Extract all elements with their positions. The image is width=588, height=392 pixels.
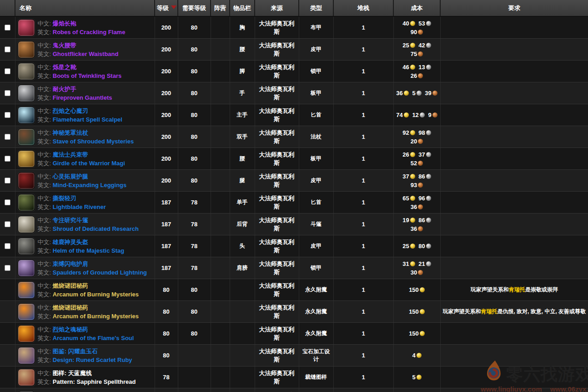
source-cell[interactable]: 大法师奥瓦利斯 [255, 126, 299, 148]
col-header-slot[interactable]: 物品栏 [230, 0, 255, 16]
col-header-type[interactable]: 类型 [299, 0, 333, 16]
col-header-stack[interactable]: 堆栈 [333, 0, 393, 16]
item-name-en-link[interactable]: Stave of Shrouded Mysteries [53, 138, 134, 145]
row-select-checkbox[interactable] [5, 265, 10, 271]
row-select-checkbox[interactable] [5, 156, 10, 162]
leggings-icon[interactable] [18, 172, 35, 189]
arcanum-icon[interactable] [18, 281, 35, 299]
item-name-cn-link[interactable]: 耐火护手 [53, 86, 76, 92]
faction-link[interactable]: 肯瑞托 [509, 286, 525, 293]
item-name-cn-link[interactable]: 专注研究斗篷 [53, 217, 88, 224]
col-header-level[interactable]: 等级 [155, 0, 178, 16]
shoulders-icon[interactable] [18, 260, 35, 277]
item-name-cn-link[interactable]: 燃烧谜团秘药 [53, 304, 88, 311]
blade-icon[interactable] [18, 194, 35, 211]
money-gold: 36 [396, 89, 408, 97]
pattern-scroll-icon[interactable] [18, 369, 35, 386]
item-name-cn-link[interactable]: 心灵拓展护腿 [53, 173, 88, 180]
requirement-cell: 玩家声望关系和肯瑞托是仇恨, 敌对, 敌意, 中立, 友善或尊敬 [440, 301, 588, 323]
level-cell: 200 [155, 16, 178, 39]
row-select-checkbox[interactable] [5, 243, 10, 249]
source-cell[interactable]: 大法师奥瓦利斯 [255, 235, 299, 257]
source-cell[interactable]: 大法师奥瓦利斯 [255, 82, 299, 104]
item-name-cn-link[interactable]: 烈焰之心魔刃 [53, 107, 88, 114]
item-name-en-link[interactable]: Boots of Twinkling Stars [53, 72, 121, 79]
item-name-cn-link[interactable]: 图样: 天蓝魔线 [53, 370, 92, 377]
item-name-en-link[interactable]: Design: Runed Scarlet Ruby [53, 356, 132, 363]
item-name-en-link[interactable]: Lightblade Rivener [53, 204, 106, 210]
source-cell[interactable]: 大法师奥瓦利斯 [255, 148, 299, 170]
item-name-cn-link[interactable]: 束缚闪电护肩 [53, 260, 88, 267]
source-cell[interactable]: 大法师奥瓦利斯 [255, 192, 299, 214]
item-name-en-link[interactable]: Helm of the Majestic Stag [53, 247, 124, 254]
belt-icon[interactable] [18, 41, 35, 58]
item-name-cn-link[interactable]: 烈焰之魂秘药 [53, 326, 88, 333]
col-header-req[interactable]: 要求 [440, 0, 588, 16]
source-cell[interactable]: 大法师奥瓦利斯 [255, 61, 299, 82]
name-line-en: 英文: Arcanum of the Flame's Soul [38, 334, 134, 342]
robe-icon[interactable] [18, 19, 35, 36]
item-name-en-link[interactable]: Flameheart Spell Scalpel [53, 116, 122, 123]
name-cell: 中文: 束缚闪电护肩 英文: Spaulders of Grounded Lig… [15, 257, 155, 279]
item-name-cn-link[interactable]: 鬼火腰带 [53, 42, 76, 49]
gauntlets-icon[interactable] [18, 85, 35, 102]
row-select-checkbox[interactable] [5, 112, 10, 118]
source-cell[interactable]: 大法师奥瓦利斯 [255, 345, 299, 367]
flame-icon[interactable] [18, 325, 35, 342]
item-name-en-link[interactable]: Robes of Crackling Flame [53, 29, 126, 36]
item-name-cn-link[interactable]: 神秘笼罩法杖 [53, 129, 88, 136]
dagger-icon[interactable] [18, 107, 35, 124]
arcanum-icon[interactable] [18, 303, 35, 321]
item-name-en-link[interactable]: Arcanum of Burning Mysteries [53, 291, 139, 298]
source-cell[interactable]: 大法师奥瓦利斯 [255, 323, 299, 345]
design-scroll-icon[interactable] [18, 347, 35, 364]
source-cell[interactable]: 大法师奥瓦利斯 [255, 170, 299, 192]
row-select-checkbox[interactable] [5, 178, 10, 183]
faction-link[interactable]: 肯瑞托 [481, 308, 497, 315]
item-name-en-link[interactable]: Pattern: Sapphire Spellthread [53, 378, 136, 385]
source-cell[interactable]: 大法师奥瓦利斯 [255, 104, 299, 126]
source-cell[interactable]: 大法师奥瓦利斯 [255, 39, 299, 61]
row-select-checkbox[interactable] [5, 90, 10, 96]
item-name-en-link[interactable]: Mind-Expanding Leggings [53, 182, 127, 188]
item-name-en-link[interactable]: Fireproven Gauntlets [53, 94, 112, 101]
item-name-en-link[interactable]: Ghostflicker Waistband [53, 51, 119, 57]
row-select-checkbox[interactable] [5, 25, 10, 31]
col-header-cost[interactable]: 成本 [393, 0, 440, 16]
source-cell[interactable]: 大法师奥瓦利斯 [255, 257, 299, 279]
item-name-cn-link[interactable]: 魔法士兵束带 [53, 151, 88, 158]
helm-icon[interactable] [18, 238, 35, 255]
item-name-cn-link[interactable]: 爆焰长袍 [53, 20, 76, 27]
item-name-en-link[interactable]: Arcanum of the Flame's Soul [53, 335, 134, 341]
gold-amount: 5 [412, 374, 415, 381]
item-name-cn-link[interactable]: 烁星之靴 [53, 64, 76, 71]
item-name-en-link[interactable]: Girdle of the Warrior Magi [53, 160, 125, 167]
item-name-cn-link[interactable]: 雄鹿神灵头盔 [53, 239, 88, 245]
girdle-icon[interactable] [18, 150, 35, 168]
row-select-checkbox[interactable] [5, 68, 10, 74]
row-select-checkbox[interactable] [5, 134, 10, 140]
item-name-cn-link[interactable]: 燃烧谜团秘药 [53, 282, 88, 289]
source-cell[interactable]: 大法师奥瓦利斯 [255, 279, 299, 301]
tabard-icon[interactable] [18, 391, 35, 392]
staff-icon[interactable] [18, 128, 35, 146]
source-cell[interactable]: 大法师奥瓦利斯 [255, 388, 299, 392]
source-cell[interactable]: 大法师奥瓦利斯 [255, 301, 299, 323]
col-header-faction[interactable]: 阵营 [211, 0, 230, 16]
source-cell[interactable]: 大法师奥瓦利斯 [255, 367, 299, 388]
col-header-name[interactable]: 名称 [15, 0, 155, 16]
item-name-en-link[interactable]: Shroud of Dedicated Research [53, 225, 139, 232]
item-name-cn-link[interactable]: 图鉴: 闪耀血玉石 [53, 348, 98, 355]
item-name-en-link[interactable]: Arcanum of Burning Mysteries [53, 313, 139, 320]
col-header-reqlevel[interactable]: 需要等级 [178, 0, 211, 16]
col-header-source[interactable]: 来源 [255, 0, 299, 16]
row-select-checkbox[interactable] [5, 221, 10, 227]
item-name-cn-link[interactable]: 撕裂轻刃 [53, 195, 76, 202]
row-select-checkbox[interactable] [5, 199, 10, 205]
cloak-icon[interactable] [18, 216, 35, 233]
row-select-checkbox[interactable] [5, 46, 10, 52]
item-name-en-link[interactable]: Spaulders of Grounded Lightning [53, 269, 147, 276]
source-cell[interactable]: 大法师奥瓦利斯 [255, 16, 299, 39]
source-cell[interactable]: 大法师奥瓦利斯 [255, 214, 299, 235]
boots-icon[interactable] [18, 63, 35, 80]
